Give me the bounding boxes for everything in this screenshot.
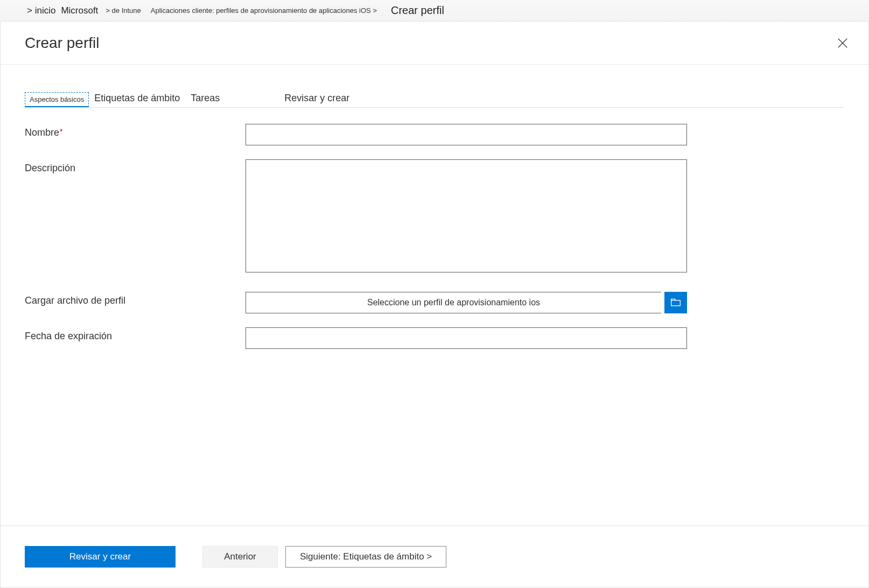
form-row-upload: Cargar archivo de perfil Seleccione un p… [25,292,844,313]
description-label: Descripción [25,159,246,174]
page-title: Crear perfil [25,34,99,52]
folder-icon [670,298,681,307]
review-create-button[interactable]: Revisar y crear [25,546,176,568]
panel-header: Crear perfil [1,22,868,65]
form-row-name: Nombre* [25,124,844,145]
tab-scope-tags[interactable]: Etiquetas de ámbito [89,89,185,107]
required-indicator: * [60,127,62,136]
previous-button[interactable]: Anterior [202,546,278,568]
breadcrumb: > inicio Microsoft > de Intune Aplicacio… [0,0,869,22]
create-profile-panel: Crear perfil Aspectos básicos Etiquetas … [0,22,869,588]
expiration-label: Fecha de expiración [25,327,246,342]
content-area: Aspectos básicos Etiquetas de ámbito Tar… [1,65,868,526]
next-button[interactable]: Siguiente: Etiquetas de ámbito > [285,546,446,568]
tab-assignments[interactable]: Tareas [185,89,225,107]
upload-label: Cargar archivo de perfil [25,292,246,306]
close-button[interactable] [833,33,852,53]
form-row-description: Descripción [25,159,844,272]
name-input[interactable] [246,124,687,145]
breadcrumb-item[interactable]: Aplicaciones cliente: perfiles de aprovi… [149,5,379,16]
tab-basics[interactable]: Aspectos básicos [25,92,89,107]
svg-rect-2 [671,300,681,306]
breadcrumb-item[interactable]: Microsoft [61,5,98,16]
breadcrumb-item[interactable]: > inicio [27,5,55,16]
name-label: Nombre* [25,124,246,138]
description-input[interactable] [246,159,687,272]
close-icon [837,37,849,49]
wizard-footer: Revisar y crear Anterior Siguiente: Etiq… [1,526,868,587]
tab-review[interactable]: Revisar y crear [279,89,355,107]
form-row-expiration: Fecha de expiración [25,327,844,349]
upload-file-display[interactable]: Seleccione un perfil de aprovisionamient… [246,292,661,313]
breadcrumb-item-current: Crear perfil [384,4,451,17]
breadcrumb-item[interactable]: > de Intune [103,5,143,16]
browse-file-button[interactable] [664,292,687,313]
expiration-input[interactable] [246,327,687,349]
wizard-tabs: Aspectos básicos Etiquetas de ámbito Tar… [25,86,844,108]
